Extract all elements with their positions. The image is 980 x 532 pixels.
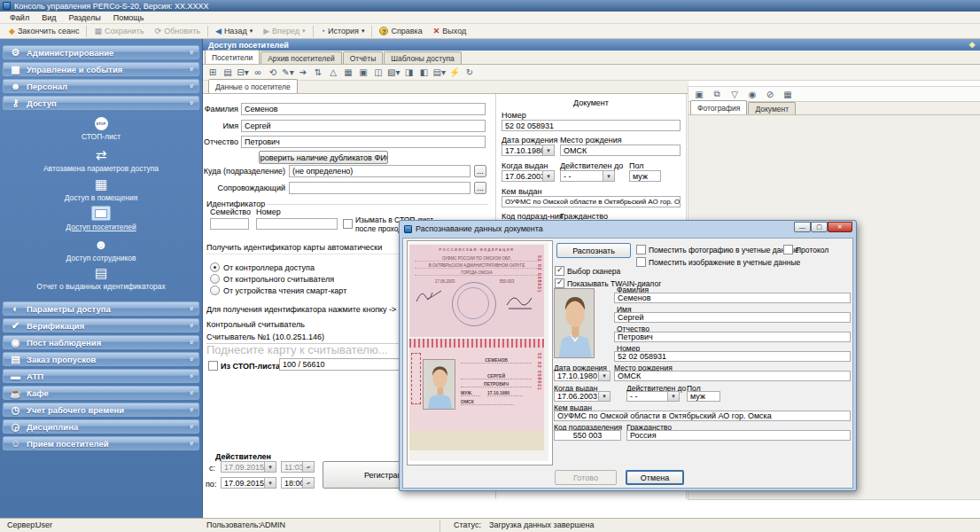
sidebar-item-visitor-access[interactable]: Доступ посетителей bbox=[0, 206, 202, 231]
back-dropdown-icon[interactable]: ▾ bbox=[250, 27, 253, 35]
valid-to-date-field[interactable]: 17.09.2015 bbox=[221, 477, 276, 489]
panel-toolbar-icon[interactable]: ⟲ bbox=[266, 66, 280, 80]
panel-toolbar-icon[interactable]: ▦ bbox=[341, 66, 355, 80]
surname-field[interactable]: Семенов bbox=[241, 103, 486, 115]
dlg-birth-date-field[interactable]: 17.10.1980 bbox=[554, 371, 611, 381]
doc-birth-date-field[interactable]: 17.10.1980 bbox=[502, 145, 555, 156]
panel-toolbar-icon[interactable]: ➔ bbox=[296, 66, 310, 80]
end-session-button[interactable]: ◆Закончить сеанс bbox=[4, 25, 84, 38]
panel-toolbar-icon[interactable]: ◧ bbox=[416, 66, 431, 80]
sidebar-group-header[interactable]: ☺ Прием посетителей bbox=[3, 436, 199, 450]
patronymic-field[interactable]: Петрович bbox=[241, 136, 486, 148]
dlg-division-code-field[interactable]: 550 003 bbox=[554, 430, 621, 441]
dlg-issuer-field[interactable]: ОУФМС по Омской области в Октябрьский АО… bbox=[554, 411, 851, 421]
photo-toolbar-icon[interactable]: ⊘ bbox=[763, 87, 777, 101]
tab-access-templates[interactable]: Шаблоны доступа bbox=[384, 51, 461, 64]
doc-valid-until-field[interactable]: - - bbox=[560, 170, 615, 182]
panel-toolbar-icon[interactable]: ▧▾ bbox=[386, 66, 401, 80]
valid-to-time-field[interactable]: 18:00 bbox=[281, 477, 315, 489]
radio-from-smartcard[interactable] bbox=[210, 286, 220, 295]
sidebar-group-header[interactable]: ▦ Управление и события bbox=[3, 62, 199, 76]
sidebar-group-header[interactable]: ◶ Дисциплина bbox=[3, 419, 199, 434]
doc-birth-place-field[interactable]: ОМСК bbox=[560, 145, 681, 156]
history-button[interactable]: ◔История▾ bbox=[315, 25, 370, 38]
history-dropdown-icon[interactable]: ▾ bbox=[362, 27, 365, 35]
department-browse-button[interactable]: ... bbox=[474, 165, 486, 177]
dlg-patronymic-field[interactable]: Петрович bbox=[614, 332, 851, 342]
place-photo-checkbox[interactable] bbox=[636, 245, 646, 254]
sidebar-group-header[interactable]: ☻ Персонал bbox=[3, 79, 199, 93]
name-field[interactable]: Сергей bbox=[241, 120, 486, 132]
panel-toolbar-icon[interactable]: ↻ bbox=[463, 66, 477, 80]
photo-toolbar-icon[interactable]: ▽ bbox=[727, 87, 742, 101]
recognize-button[interactable]: Распознать bbox=[556, 243, 631, 258]
doc-number-field[interactable]: 52 02 058931 bbox=[502, 120, 681, 131]
radio-from-control-reader[interactable] bbox=[210, 274, 220, 284]
doc-gender-field[interactable]: муж bbox=[629, 170, 661, 182]
help-button[interactable]: ?Справка bbox=[374, 25, 427, 38]
department-field[interactable]: (не определено) bbox=[289, 165, 471, 177]
done-button[interactable]: Готово bbox=[555, 470, 617, 485]
check-duplicates-button[interactable]: Проверить наличие дубликатов ФИО bbox=[259, 151, 388, 164]
tab-reports[interactable]: Отчёты bbox=[343, 51, 384, 64]
dlg-citizenship-field[interactable]: Россия bbox=[626, 430, 851, 441]
forward-dropdown-icon[interactable]: ▾ bbox=[302, 27, 306, 35]
radio-from-controller[interactable] bbox=[210, 262, 220, 272]
panel-toolbar-icon[interactable]: △ bbox=[326, 66, 340, 80]
menu-item[interactable]: Вид bbox=[35, 13, 62, 22]
family-field[interactable] bbox=[210, 218, 249, 230]
panel-toolbar-icon[interactable]: ▤ bbox=[221, 66, 235, 80]
valid-from-date-field[interactable]: 17.09.2015 bbox=[221, 461, 276, 473]
tab-visitor-data[interactable]: Данные о посетителе bbox=[208, 79, 298, 93]
window-titlebar[interactable]: Консоль управления PERCo-S-20, Версия: X… bbox=[0, 0, 980, 12]
panel-toolbar-icon[interactable]: ⊞ bbox=[206, 66, 220, 80]
dialog-close-button[interactable]: ✕ bbox=[828, 222, 852, 232]
photo-toolbar-icon[interactable]: ◉ bbox=[745, 87, 759, 101]
dlg-issue-date-field[interactable]: 17.06.2003 bbox=[554, 391, 611, 402]
menu-item[interactable]: Файл bbox=[4, 13, 35, 22]
exit-button[interactable]: ✕Выход bbox=[428, 25, 471, 38]
dlg-valid-until-field[interactable]: - - bbox=[626, 391, 680, 402]
panel-toolbar-icon[interactable]: ⚡ bbox=[447, 66, 462, 80]
passport-scan-frame[interactable]: РОССИЙСКАЯ ФЕДЕРАЦИЯ ОУФМС РОССИИ ПО ОМС… bbox=[407, 240, 553, 466]
sidebar-item-stop-list[interactable]: STOP СТОП-лист bbox=[0, 117, 202, 141]
protocol-checkbox[interactable] bbox=[783, 245, 793, 254]
sidebar-group-header[interactable]: ⚙ Администрирование bbox=[3, 45, 199, 59]
forward-button[interactable]: ▶Вперед▾ bbox=[258, 25, 310, 38]
back-button[interactable]: ◀Назад▾ bbox=[210, 25, 258, 38]
panel-toolbar-icon[interactable]: ▤▾ bbox=[432, 66, 446, 80]
twain-dialog-checkbox[interactable] bbox=[555, 278, 564, 288]
panel-toolbar-icon[interactable]: ◫ bbox=[371, 66, 385, 80]
dlg-gender-field[interactable]: муж bbox=[687, 391, 720, 402]
dlg-surname-field[interactable]: Семенов bbox=[614, 293, 851, 303]
panel-toolbar-icon[interactable]: ⇅ bbox=[311, 66, 325, 80]
from-stoplist-checkbox[interactable] bbox=[208, 361, 218, 371]
photo-toolbar-icon[interactable]: ⧉ bbox=[710, 87, 724, 101]
place-image-checkbox[interactable] bbox=[636, 257, 646, 267]
dlg-birth-place-field[interactable]: ОМСК bbox=[614, 371, 851, 381]
tab-visitors[interactable]: Посетители bbox=[205, 50, 260, 64]
withdraw-stoplist-checkbox[interactable] bbox=[343, 219, 353, 229]
sidebar-group-header[interactable]: ☕ Кафе bbox=[3, 386, 199, 400]
sidebar-item-id-report[interactable]: ▤ Отчет о выданных идентификаторах bbox=[0, 266, 202, 291]
sidebar-group-header[interactable]: ◷ Учет рабочего времени bbox=[3, 403, 199, 417]
panel-toolbar-icon[interactable]: ∞ bbox=[251, 66, 265, 80]
dlg-name-field[interactable]: Сергей bbox=[614, 312, 851, 323]
sidebar-item-auto-replace[interactable]: ⇄ Автозамена параметров доступа bbox=[0, 148, 202, 173]
sidebar-group-header[interactable]: ⚷ Доступ bbox=[3, 96, 199, 110]
sidebar-item-room-access[interactable]: ▦ Доступ в помещения bbox=[0, 177, 202, 202]
scanner-select-checkbox[interactable] bbox=[555, 266, 564, 276]
photo-toolbar-icon[interactable]: ▦ bbox=[781, 87, 795, 101]
panel-toolbar-icon[interactable]: ◨ bbox=[401, 66, 416, 80]
sidebar-group-header[interactable]: ◐ Параметры доступа bbox=[3, 301, 199, 316]
sidebar-item-employee-access[interactable]: ☻ Доступ сотрудников bbox=[0, 238, 202, 262]
dialog-titlebar[interactable]: Распознавание данных документа bbox=[400, 221, 856, 237]
panel-toolbar-icon[interactable]: ✎▾ bbox=[281, 66, 295, 80]
refresh-button[interactable]: ⟳Обновить bbox=[150, 25, 206, 38]
doc-issue-date-field[interactable]: 17.06.2003 bbox=[502, 170, 555, 182]
dlg-number-field[interactable]: 52 02 058931 bbox=[614, 351, 851, 362]
panel-toolbar-icon[interactable]: ▣ bbox=[356, 66, 370, 80]
tab-document[interactable]: Документ bbox=[748, 102, 796, 114]
sidebar-group-header[interactable]: ▬ АТП bbox=[3, 369, 199, 383]
valid-from-time-field[interactable]: 11:03 bbox=[281, 461, 315, 473]
